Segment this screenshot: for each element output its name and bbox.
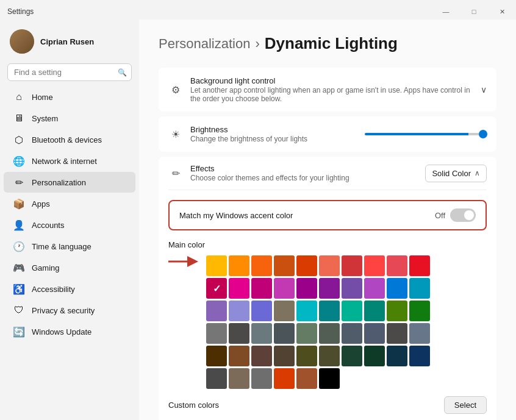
color-swatch[interactable]: [206, 301, 227, 321]
color-swatch[interactable]: [364, 346, 385, 366]
color-swatch[interactable]: [229, 323, 249, 344]
select-button[interactable]: Select: [444, 396, 487, 414]
color-swatch[interactable]: [342, 323, 362, 344]
color-swatch[interactable]: [229, 368, 249, 389]
color-swatch[interactable]: [319, 255, 340, 276]
accent-color-container: Match my Windows accent color Off Main c…: [159, 190, 496, 420]
sidebar-item-system[interactable]: 🖥 System: [4, 108, 135, 129]
color-swatch[interactable]: [342, 346, 362, 366]
privacy-label: Privacy & security: [32, 306, 95, 315]
color-swatch[interactable]: [319, 368, 340, 389]
color-swatch[interactable]: [274, 368, 295, 389]
color-swatch[interactable]: [319, 278, 340, 299]
color-swatch[interactable]: [251, 346, 272, 366]
color-swatch[interactable]: [274, 255, 295, 276]
background-light-desc: Let another app control lighting when an…: [190, 86, 473, 103]
breadcrumb: Personalization › Dynamic Lighting: [159, 34, 496, 53]
sidebar-item-update[interactable]: 🔄 Windows Update: [4, 321, 135, 342]
color-grid: [206, 255, 430, 389]
color-swatch[interactable]: [296, 368, 317, 389]
brightness-slider-container[interactable]: [365, 133, 487, 135]
brightness-thumb[interactable]: [479, 130, 487, 138]
color-swatch[interactable]: [409, 323, 430, 344]
background-light-row[interactable]: ⚙ Background light control Let another a…: [159, 68, 496, 112]
sidebar-item-personalization[interactable]: ✏ Personalization: [4, 172, 135, 193]
color-swatch[interactable]: [342, 278, 362, 299]
close-button[interactable]: ✕: [488, 2, 516, 21]
color-swatch[interactable]: [409, 255, 430, 276]
color-swatch[interactable]: [387, 346, 407, 366]
color-swatch[interactable]: [274, 278, 295, 299]
brightness-icon: ☀: [168, 127, 183, 141]
effects-dropdown-chevron: ∧: [475, 169, 480, 177]
sidebar-item-gaming[interactable]: 🎮 Gaming: [4, 257, 135, 278]
color-swatch[interactable]: [342, 301, 362, 321]
sidebar-item-home[interactable]: ⌂ Home: [4, 87, 135, 107]
accent-color-toggle[interactable]: [450, 208, 476, 222]
search-box[interactable]: 🔍: [7, 63, 132, 81]
main-content: Personalization › Dynamic Lighting ⚙ Bac…: [139, 20, 516, 420]
color-swatch[interactable]: [364, 323, 385, 344]
sidebar-item-apps[interactable]: 📦 Apps: [4, 193, 135, 214]
color-swatch[interactable]: [206, 255, 227, 276]
breadcrumb-current: Dynamic Lighting: [265, 34, 398, 53]
color-swatch[interactable]: [296, 278, 317, 299]
color-swatch[interactable]: [387, 255, 407, 276]
custom-colors-label: Custom colors: [168, 400, 219, 410]
color-swatch[interactable]: [319, 346, 340, 366]
color-swatch[interactable]: [206, 346, 227, 366]
color-swatch[interactable]: [409, 301, 430, 321]
color-swatch[interactable]: [364, 278, 385, 299]
color-swatch[interactable]: [409, 278, 430, 299]
color-swatch[interactable]: [229, 255, 249, 276]
home-label: Home: [32, 93, 53, 102]
color-swatch[interactable]: [319, 323, 340, 344]
brightness-slider[interactable]: [365, 133, 487, 135]
color-swatch[interactable]: [387, 323, 407, 344]
color-swatch[interactable]: [251, 301, 272, 321]
search-input[interactable]: [7, 63, 132, 81]
color-swatch[interactable]: [251, 323, 272, 344]
toggle-container: Off: [435, 208, 476, 222]
gaming-label: Gaming: [32, 263, 60, 272]
accounts-label: Accounts: [32, 221, 64, 230]
color-swatch[interactable]: [274, 346, 295, 366]
sidebar-item-bluetooth[interactable]: ⬡ Bluetooth & devices: [4, 129, 135, 150]
color-swatch[interactable]: [364, 255, 385, 276]
color-swatch[interactable]: [296, 323, 317, 344]
color-swatch[interactable]: [229, 301, 249, 321]
color-swatch[interactable]: [229, 278, 249, 299]
avatar-image: [10, 29, 34, 54]
color-swatch[interactable]: [319, 301, 340, 321]
color-swatch[interactable]: [251, 278, 272, 299]
minimize-button[interactable]: —: [432, 2, 460, 21]
color-swatch[interactable]: [296, 301, 317, 321]
accounts-icon: 👤: [13, 219, 24, 230]
titlebar-controls: — □ ✕: [432, 2, 516, 21]
sidebar-item-accessibility[interactable]: ♿ Accessibility: [4, 279, 135, 299]
sidebar-item-accounts[interactable]: 👤 Accounts: [4, 215, 135, 235]
toggle-state-label: Off: [435, 211, 445, 220]
color-swatch[interactable]: [409, 346, 430, 366]
color-swatch[interactable]: [342, 255, 362, 276]
color-swatch[interactable]: [206, 368, 227, 389]
color-swatch[interactable]: [274, 301, 295, 321]
color-swatch[interactable]: [296, 255, 317, 276]
effects-dropdown[interactable]: Solid Color ∧: [425, 165, 487, 182]
maximize-button[interactable]: □: [460, 2, 488, 21]
color-swatch[interactable]: [206, 323, 227, 344]
effects-section: ✏ Effects Choose color themes and effect…: [159, 157, 496, 420]
color-swatch[interactable]: [364, 301, 385, 321]
sidebar-item-time[interactable]: 🕐 Time & language: [4, 236, 135, 257]
color-swatch[interactable]: [274, 323, 295, 344]
sidebar-item-network[interactable]: 🌐 Network & internet: [4, 151, 135, 171]
color-swatch[interactable]: [296, 346, 317, 366]
color-swatch[interactable]: [251, 255, 272, 276]
color-swatch[interactable]: [387, 301, 407, 321]
color-swatch[interactable]: [387, 278, 407, 299]
color-swatch[interactable]: [251, 368, 272, 389]
color-swatch[interactable]: [229, 346, 249, 366]
color-swatch[interactable]: [206, 278, 227, 299]
sidebar-item-privacy[interactable]: 🛡 Privacy & security: [4, 300, 135, 321]
time-icon: 🕐: [13, 241, 24, 252]
